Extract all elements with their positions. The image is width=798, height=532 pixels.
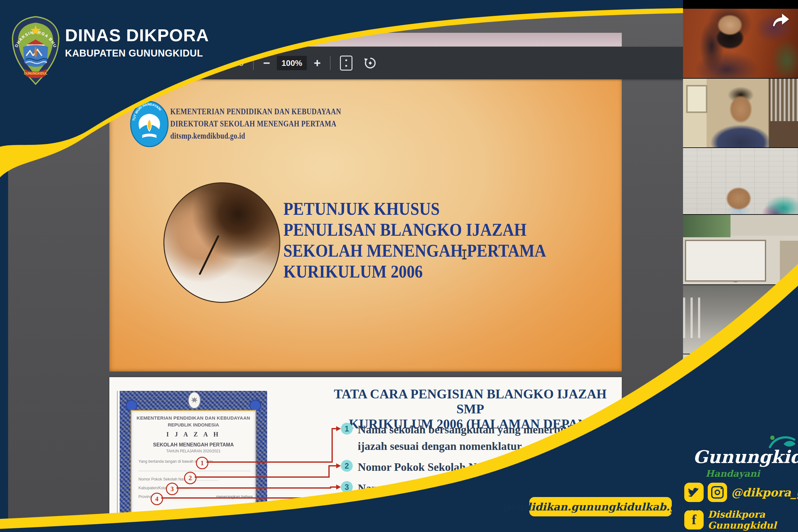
zoom-out-button[interactable]: − (263, 57, 270, 69)
cabinet (780, 241, 798, 284)
video-strip-top-bar (683, 0, 798, 9)
social-row-2: f Disdikpora Gunungkidul (684, 509, 798, 531)
agency-region: KABUPATEN GUNUNGKIDUL (65, 48, 209, 59)
certificate-corner-seal-right (249, 400, 261, 412)
item-2-text: Nomor Pokok Sekolah Nasional (NPSN) (358, 459, 550, 475)
cert-subtitle: SEKOLAH MENENGAH PERTAMA (131, 442, 255, 448)
toolbar-separator (330, 56, 330, 70)
cert-title: I J A Z A H (131, 431, 255, 438)
agency-title-block: DINAS DIKPORA KABUPATEN GUNUNGKIDUL (65, 25, 209, 59)
participant-video-5[interactable] (683, 285, 798, 354)
item-2-number: 2 (341, 460, 353, 472)
certificate-body: KEMENTERIAN PENDIDIKAN DAN KEBUDAYAAN RE… (131, 411, 255, 532)
cert-field-4-note: menerangkan bahwa (216, 495, 253, 499)
twitter-icon (684, 483, 704, 502)
green-banner (683, 215, 730, 237)
handayani-tagline: Handayani (706, 468, 760, 479)
social-row-1: @dikpora_gk (684, 483, 798, 502)
instagram-icon (708, 483, 727, 502)
certificate-corner-seal-left (126, 400, 138, 412)
participant-video-6[interactable] (683, 354, 798, 426)
website-pill: pendidikan.gunungkidulkab.go.id (529, 497, 672, 516)
cert-ministry-line2: REPUBLIK INDONESIA (131, 422, 255, 428)
agency-name: DINAS DIKPORA (65, 25, 209, 45)
participant-video-4[interactable] (683, 215, 798, 285)
tut-wuri-handayani-logo: TUT WURI HANDAYANI (130, 101, 169, 148)
crest-ribbon-text: GUNUNGKIDUL (24, 72, 48, 75)
fit-page-icon[interactable] (340, 56, 352, 71)
participant-video-2[interactable] (683, 79, 798, 148)
item-1-text: Nama sekolah bersangkutan yang menerbitk… (358, 421, 585, 455)
facebook-page-name: Disdikpora Gunungkidul (708, 509, 798, 531)
toolbar-separator (253, 56, 254, 70)
ministry-header: KEMENTERIAN PENDIDIKAN DAN KEBUDAYAAN DI… (170, 106, 341, 142)
rotate-page-icon[interactable] (363, 56, 378, 70)
text-cursor-icon (464, 249, 465, 260)
cert-field-2: Nomor Pokok Sekolah Nasional : (139, 477, 219, 481)
share-icon[interactable] (770, 11, 791, 29)
garuda-emblem (188, 392, 201, 409)
cert-ministry-line1: KEMENTERIAN PENDIDIKAN DAN KEBUDAYAAN (131, 415, 255, 420)
gunungkidul-crest-logo: DHAKSINARGA BHUMIKARTA GUNUNGKIDUL (11, 16, 61, 86)
ijazah-certificate-preview: KEMENTERIAN PENDIDIKAN DAN KEBUDAYAAN RE… (120, 391, 267, 532)
whiteboard (685, 240, 766, 282)
meeting-window: TUT WURI HANDAYANI KEMENTERIAN PENDIDIKA… (0, 0, 798, 532)
cert-underline (139, 471, 250, 471)
social-handle: @dikpora_gk (731, 486, 798, 499)
certificate-page-fold (117, 391, 118, 532)
ministry-line2: DIREKTORAT SEKOLAH MENENGAH PERTAMA (170, 118, 341, 130)
hand-writing-photo (163, 182, 280, 303)
cert-field-3: Kabupaten/Kota (139, 486, 189, 490)
participant-video-3[interactable] (683, 148, 798, 215)
ministry-line3: ditsmp.kemdikbud.go.id (170, 130, 341, 142)
item-3-number: 3 (341, 481, 353, 493)
item-1-number: 1 (341, 423, 353, 435)
garuda-icon (190, 396, 198, 405)
ministry-line1: KEMENTERIAN PENDIDIKAN DAN KEBUDAYAAN (170, 106, 341, 118)
screen-share-region: TUT WURI HANDAYANI KEMENTERIAN PENDIDIKA… (8, 9, 683, 532)
title-line4: KURIKULUM 2006 (284, 261, 546, 282)
cert-year: TAHUN PELAJARAN 2020/2021 (131, 449, 255, 453)
page-number-input[interactable]: 12 (208, 56, 224, 70)
gunungkidul-wordmark: Gunungkidul (693, 446, 798, 467)
participant-video-1[interactable] (683, 9, 798, 79)
page-divider: / (228, 58, 230, 68)
cert-marker-2: 2 (184, 472, 197, 484)
pdf-page-12-title-slide: TUT WURI HANDAYANI KEMENTERIAN PENDIDIKA… (109, 79, 622, 372)
cert-marker-4: 4 (151, 493, 163, 505)
cert-field-1: Yang bertanda tangan di bawah ini, Kepal… (139, 459, 236, 463)
title-line3: SEKOLAH MENENGAH PERTAMA (284, 240, 546, 261)
page-total: 55 (234, 58, 244, 68)
slide-title: PETUNJUK KHUSUS PENULISAN BLANGKO IJAZAH… (284, 198, 546, 282)
cert-marker-3: 3 (166, 483, 178, 495)
facebook-icon: f (684, 510, 704, 530)
zoom-level-value[interactable]: 100% (277, 56, 307, 70)
slide2-heading-line1: TATA CARA PENGISIAN BLANGKO IJAZAH SMP (331, 386, 609, 417)
title-line2: PENULISAN BLANGKO IJAZAH (284, 219, 546, 240)
title-line1: PETUNJUK KHUSUS (284, 198, 546, 219)
tv-screen (709, 373, 759, 411)
zoom-in-button[interactable]: + (314, 57, 321, 69)
cert-marker-1: 1 (196, 457, 208, 469)
